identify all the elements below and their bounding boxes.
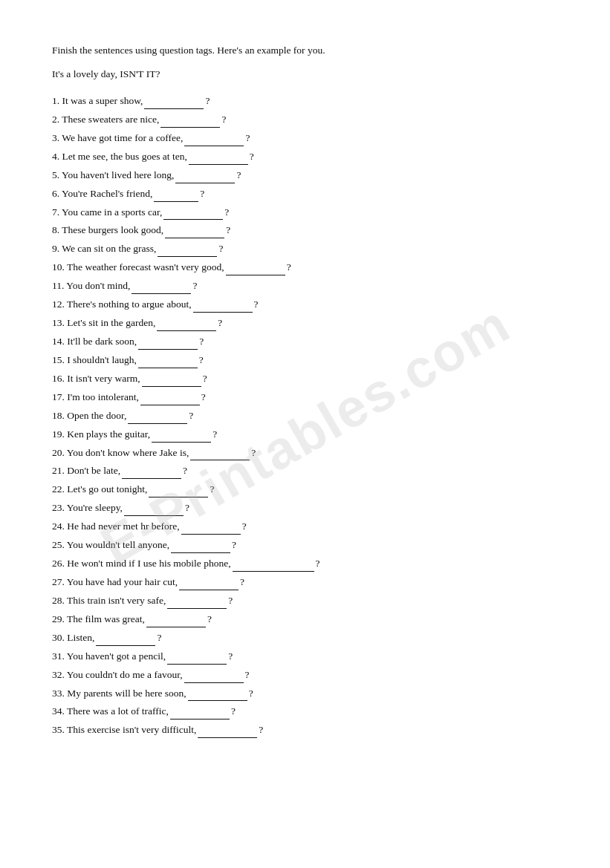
answer-blank[interactable] (184, 136, 244, 146)
answer-blank[interactable] (190, 450, 250, 460)
sentence-text: Listen, (67, 632, 94, 643)
sentence-number: 7. (52, 206, 62, 218)
sentence-text: He won't mind if I use his mobile phone, (67, 558, 230, 569)
sentence-text: The weather forecast wasn't very good, (67, 261, 224, 273)
answer-blank[interactable] (154, 192, 198, 202)
sentence-text: These burgers look good, (62, 224, 163, 235)
list-item: 23. You're sleepy,? (52, 500, 558, 516)
list-item: 8. These burgers look good,? (52, 223, 558, 238)
sentence-number: 33. (52, 688, 67, 699)
sentence-text: He had never met hr before, (67, 521, 179, 532)
answer-blank[interactable] (170, 709, 230, 719)
sentence-text: Let's go out tonight, (67, 483, 147, 495)
sentence-number: 18. (52, 410, 67, 421)
list-item: 10. The weather forecast wasn't very goo… (52, 260, 558, 275)
sentence-number: 23. (52, 502, 67, 513)
sentence-number: 1. (52, 95, 62, 106)
sentence-text: You came in a sports car, (62, 206, 162, 218)
answer-blank[interactable] (165, 228, 224, 238)
question-mark: ? (212, 428, 217, 440)
question-mark: ? (242, 521, 247, 532)
question-mark: ? (254, 298, 259, 310)
answer-blank[interactable] (167, 654, 227, 665)
answer-blank[interactable] (175, 173, 235, 183)
question-mark: ? (199, 336, 204, 347)
sentence-text: We have got time for a coffee, (62, 132, 183, 143)
question-mark: ? (192, 280, 197, 291)
answer-blank[interactable] (198, 728, 257, 738)
sentence-text: You don't mind, (66, 280, 130, 291)
sentence-number: 4. (52, 151, 62, 162)
list-item: 28. This train isn't very safe,? (52, 593, 558, 609)
answer-blank[interactable] (171, 543, 230, 553)
question-mark: ? (228, 650, 233, 662)
answer-blank[interactable] (184, 673, 244, 683)
answer-blank[interactable] (158, 247, 217, 257)
sentence-number: 26. (52, 558, 67, 569)
answer-blank[interactable] (140, 395, 200, 405)
list-item: 24. He had never met hr before,? (52, 519, 558, 535)
sentence-number: 13. (52, 317, 67, 328)
list-item: 9. We can sit on the grass,? (52, 241, 558, 257)
question-mark: ? (228, 595, 233, 606)
sentences-list: 1. It was a super show,?2. These sweater… (52, 94, 558, 738)
example-label: It's a lovely day, ISN'T IT? (52, 68, 160, 79)
sentence-number: 32. (52, 669, 67, 680)
answer-blank[interactable] (144, 99, 204, 109)
sentence-text: You have had your hair cut, (67, 576, 178, 587)
answer-blank[interactable] (179, 580, 239, 590)
question-mark: ? (200, 188, 204, 199)
sentence-number: 21. (52, 465, 67, 476)
sentence-text: You don't know where Jake is, (67, 447, 189, 458)
sentence-number: 27. (52, 576, 67, 587)
answer-blank[interactable] (189, 154, 248, 165)
answer-blank[interactable] (138, 358, 198, 368)
question-mark: ? (245, 132, 250, 143)
question-mark: ? (210, 483, 214, 495)
answer-blank[interactable] (157, 321, 216, 331)
sentence-text: You're sleepy, (67, 502, 123, 513)
sentence-number: 25. (52, 539, 67, 550)
sentence-number: 29. (52, 613, 67, 624)
answer-blank[interactable] (122, 469, 181, 479)
answer-blank[interactable] (163, 209, 223, 220)
question-mark: ? (157, 632, 161, 643)
sentence-number: 10. (52, 261, 67, 273)
sentence-number: 24. (52, 521, 67, 532)
list-item: 33. My parents will be here soon,? (52, 686, 558, 702)
answer-blank[interactable] (181, 524, 241, 535)
answer-blank[interactable] (152, 432, 211, 443)
answer-blank[interactable] (188, 691, 247, 701)
answer-blank[interactable] (167, 598, 227, 609)
answer-blank[interactable] (128, 414, 187, 424)
sentence-text: You couldn't do me a favour, (67, 669, 183, 680)
answer-blank[interactable] (142, 376, 201, 387)
list-item: 19. Ken plays the guitar,? (52, 427, 558, 443)
answer-blank[interactable] (233, 561, 314, 572)
answer-blank[interactable] (124, 506, 184, 516)
list-item: 31. You haven't got a pencil,? (52, 649, 558, 665)
answer-blank[interactable] (96, 636, 155, 646)
answer-blank[interactable] (149, 487, 208, 497)
answer-blank[interactable] (160, 117, 220, 128)
sentence-text: You're Rachel's friend, (62, 188, 152, 199)
sentence-text: I'm too intolerant, (67, 391, 139, 402)
sentence-number: 19. (52, 428, 67, 440)
sentence-text: There was a lot of traffic, (67, 705, 169, 717)
list-item: 12. There's nothing to argue about,? (52, 297, 558, 313)
sentence-text: We can sit on the grass, (62, 243, 156, 254)
answer-blank[interactable] (132, 284, 191, 294)
answer-blank[interactable] (193, 302, 253, 313)
sentence-text: Let me see, the bus goes at ten, (62, 151, 187, 162)
answer-blank[interactable] (138, 339, 198, 350)
sentence-number: 2. (52, 114, 62, 125)
list-item: 25. You wouldn't tell anyone,? (52, 538, 558, 553)
question-mark: ? (226, 224, 230, 235)
answer-blank[interactable] (226, 265, 285, 275)
list-item: 15. I shouldn't laugh,? (52, 353, 558, 368)
answer-blank[interactable] (146, 617, 206, 627)
list-item: 2. These sweaters are nice,? (52, 112, 558, 128)
list-item: 26. He won't mind if I use his mobile ph… (52, 556, 558, 572)
sentence-number: 12. (52, 298, 67, 310)
sentence-number: 31. (52, 650, 67, 662)
